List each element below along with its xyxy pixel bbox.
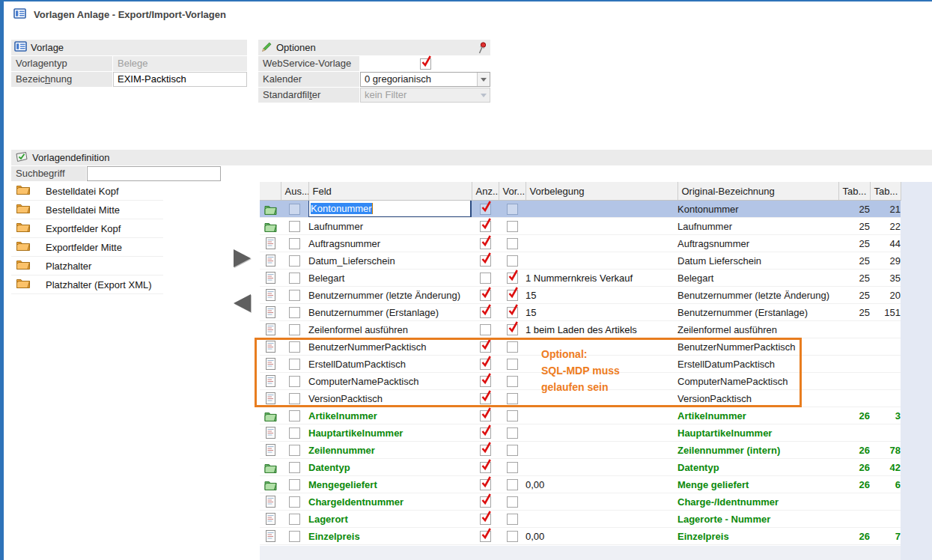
table-row[interactable]: Benutzernummer (Erstanlage)15Benutzernum… — [260, 304, 901, 321]
anz-checkbox[interactable] — [480, 204, 491, 215]
anz-checkbox[interactable] — [480, 221, 491, 232]
vor-checkbox[interactable] — [507, 376, 518, 387]
vorbelegung-cell[interactable] — [526, 252, 677, 270]
table-row[interactable]: Mengegeliefert0,00Menge geliefert266 — [260, 476, 901, 493]
feld-cell[interactable]: Auftragsnummer — [308, 235, 472, 252]
aus-checkbox[interactable] — [289, 496, 300, 508]
feld-cell[interactable]: VersionPacktisch — [308, 390, 472, 407]
anz-checkbox[interactable] — [480, 324, 491, 335]
vorbelegung-cell[interactable] — [526, 235, 677, 252]
table-row[interactable]: Zeilenformel ausführen1 beim Laden des A… — [260, 321, 901, 338]
aus-checkbox[interactable] — [289, 204, 300, 215]
vorbelegung-cell[interactable] — [526, 424, 677, 442]
table-row[interactable]: ZeilennummerZeilennummer (intern)2678 — [260, 442, 901, 459]
feld-cell[interactable]: Mengegeliefert — [308, 476, 472, 493]
feld-cell[interactable]: BenutzerNummerPacktisch — [308, 338, 472, 356]
anz-checkbox[interactable] — [480, 376, 491, 387]
aus-checkbox[interactable] — [289, 479, 300, 490]
feld-cell[interactable]: Hauptartikelnummer — [308, 424, 472, 442]
feld-cell[interactable]: Datum_Lieferschein — [308, 252, 472, 270]
vorbelegung-cell[interactable] — [526, 493, 677, 511]
folder-item[interactable]: Exportfelder Kopf — [11, 219, 163, 238]
feld-cell[interactable]: Benutzernummer (letzte Änderung) — [308, 287, 472, 304]
search-input[interactable] — [87, 166, 221, 181]
kalender-dropdown[interactable]: 0 gregorianisch — [360, 72, 490, 87]
vorbelegung-cell[interactable]: 0,00 — [526, 476, 677, 493]
vor-checkbox[interactable] — [507, 290, 518, 301]
vorbelegung-cell[interactable]: 15 — [526, 287, 677, 304]
aus-checkbox[interactable] — [289, 462, 300, 473]
column-header-tab[interactable]: Tab... — [870, 182, 901, 201]
anz-checkbox[interactable] — [480, 341, 491, 353]
aus-checkbox[interactable] — [289, 290, 300, 301]
vorbelegung-cell[interactable]: 1 beim Laden des Artikels — [526, 321, 677, 338]
vor-checkbox[interactable] — [507, 410, 518, 421]
feld-cell[interactable]: Laufnummer — [308, 218, 472, 235]
column-header-icon[interactable] — [260, 182, 281, 201]
vorbelegung-cell[interactable] — [526, 442, 677, 459]
table-row[interactable]: DatentypDatentyp2642 — [260, 459, 901, 476]
table-row[interactable]: ChargeIdentnummerCharge-/Identnummer — [260, 493, 901, 511]
vorbelegung-cell[interactable] — [526, 407, 677, 424]
aus-checkbox[interactable] — [289, 341, 300, 353]
feld-cell[interactable]: Lagerort — [308, 511, 472, 528]
kalender-dropdown-button[interactable] — [477, 73, 490, 86]
table-row[interactable]: Benutzernummer (letzte Änderung)15Benutz… — [260, 287, 901, 304]
folder-item[interactable]: Bestelldatei Kopf — [11, 182, 163, 201]
aus-checkbox[interactable] — [289, 359, 300, 370]
vor-checkbox[interactable] — [507, 273, 518, 284]
anz-checkbox[interactable] — [480, 273, 491, 284]
move-right-button[interactable] — [234, 249, 251, 267]
folder-item[interactable]: Bestelldatei Mitte — [11, 201, 163, 219]
table-row[interactable]: Einzelpreis0,00Einzelpreis267 — [260, 528, 901, 545]
aus-checkbox[interactable] — [289, 393, 300, 404]
column-header-aus[interactable]: Aus... — [281, 182, 308, 201]
anz-checkbox[interactable] — [480, 496, 491, 508]
vor-checkbox[interactable] — [507, 514, 518, 525]
feld-cell[interactable]: Zeilennummer — [308, 442, 472, 459]
feld-cell[interactable]: ErstellDatumPacktisch — [308, 356, 472, 373]
vor-checkbox[interactable] — [507, 324, 518, 335]
vorbelegung-cell[interactable] — [526, 201, 677, 218]
feld-cell[interactable]: Einzelpreis — [308, 528, 472, 545]
aus-checkbox[interactable] — [289, 255, 300, 267]
anz-checkbox[interactable] — [480, 479, 491, 490]
folder-item[interactable]: Exportfelder Mitte — [11, 238, 163, 257]
anz-checkbox[interactable] — [480, 359, 491, 370]
feld-edit-input[interactable]: Kontonummer — [308, 201, 472, 218]
vor-checkbox[interactable] — [507, 359, 518, 370]
anz-checkbox[interactable] — [480, 427, 491, 439]
column-header-originalbezeichnung[interactable]: Original-Bezeichnung — [677, 182, 838, 201]
anz-checkbox[interactable] — [480, 290, 491, 301]
anz-checkbox[interactable] — [480, 307, 491, 318]
pushpin-icon[interactable] — [477, 42, 487, 54]
column-header-vor[interactable]: Vor... — [499, 182, 526, 201]
anz-checkbox[interactable] — [480, 514, 491, 525]
aus-checkbox[interactable] — [289, 273, 300, 284]
anz-checkbox[interactable] — [480, 393, 491, 404]
aus-checkbox[interactable] — [289, 410, 300, 421]
column-header-feld[interactable]: Feld — [308, 182, 472, 201]
aus-checkbox[interactable] — [289, 307, 300, 318]
vor-checkbox[interactable] — [507, 204, 518, 215]
move-left-button[interactable] — [234, 294, 251, 312]
vor-checkbox[interactable] — [507, 307, 518, 318]
feld-cell[interactable]: Zeilenformel ausführen — [308, 321, 472, 338]
feld-cell[interactable]: ComputerNamePacktisch — [308, 373, 472, 390]
vor-checkbox[interactable] — [507, 531, 518, 542]
vorbelegung-cell[interactable] — [526, 459, 677, 476]
aus-checkbox[interactable] — [289, 324, 300, 335]
feld-cell[interactable]: Artikelnummer — [308, 407, 472, 424]
vor-checkbox[interactable] — [507, 496, 518, 508]
folder-item[interactable]: Platzhalter — [11, 257, 163, 276]
table-row[interactable]: LagerortLagerorte - Nummer — [260, 511, 901, 528]
feld-cell[interactable]: Belegart — [308, 270, 472, 287]
table-row[interactable]: KontonummerKontonummer2521 — [260, 201, 901, 218]
feld-cell[interactable]: Benutzernummer (Erstanlage) — [308, 304, 472, 321]
vor-checkbox[interactable] — [507, 445, 518, 456]
anz-checkbox[interactable] — [480, 462, 491, 473]
anz-checkbox[interactable] — [480, 410, 491, 421]
table-row[interactable]: ArtikelnummerArtikelnummer263 — [260, 407, 901, 424]
anz-checkbox[interactable] — [480, 531, 491, 542]
aus-checkbox[interactable] — [289, 376, 300, 387]
